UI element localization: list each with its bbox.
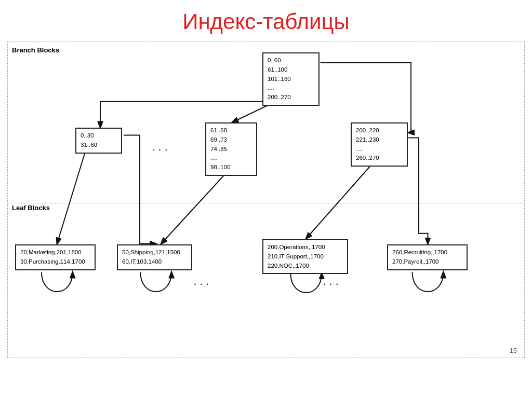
branch-blocks-label: Branch Blocks (12, 46, 59, 54)
index-box-mid_right: 200..220 221..230 .... 260..270 (351, 122, 408, 167)
index-box-leaf4: 260,Recruiting,,1700 270,Payroll,,1700 (387, 244, 468, 270)
leaf-blocks-label: Leaf Blocks (12, 204, 50, 212)
slide-number: 15 (510, 347, 517, 354)
section-divider (8, 203, 524, 203)
index-box-leaf2: 50,Shipping,121,1500 60,IT,103,1400 (117, 244, 192, 270)
svg-text:· · ·: · · · (193, 277, 209, 290)
index-box-root: 0..60 61..100 101..160 .... 200..270 (262, 52, 320, 106)
svg-text:· · ·: · · · (152, 143, 167, 156)
diagram-container: Branch Blocks Leaf Blocks · · ·· · ·· · … (7, 42, 525, 358)
index-box-mid_left: 0..30 31..60 (75, 128, 122, 154)
index-box-leaf3: 200,Operations,,1700 210,IT Support,,170… (262, 239, 348, 274)
svg-text:· · ·: · · · (323, 277, 338, 290)
index-box-leaf1: 20,Marketing,201,1800 30,Purchasing,114,… (15, 244, 96, 270)
page-title: Индекс-таблицы (0, 0, 532, 42)
index-box-mid_center: 61..68 69..73 74..85 .... 98..100 (205, 122, 257, 176)
